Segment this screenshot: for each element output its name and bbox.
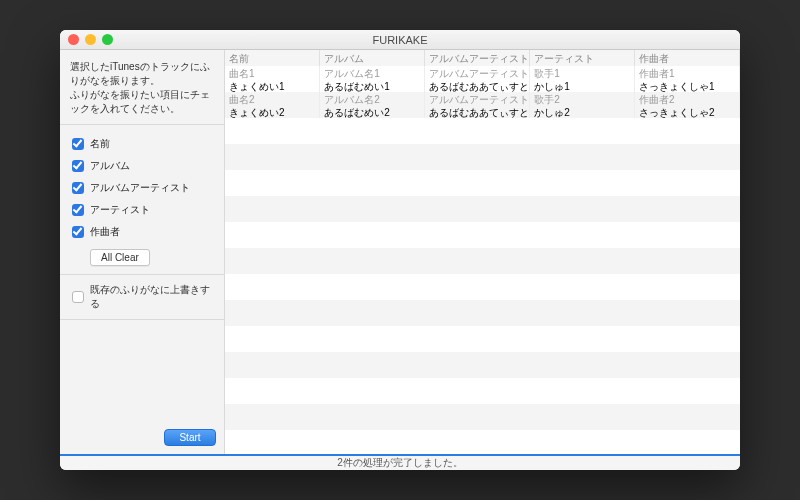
- furigana-text: きょくめい2: [229, 106, 315, 118]
- original-text: アルバムアーティスト名2: [429, 93, 525, 106]
- checkbox-icon[interactable]: [72, 204, 84, 216]
- overwrite-label: 既存のふりがなに上書きする: [90, 283, 212, 311]
- titlebar: FURIKAKE: [60, 30, 740, 50]
- furigana-text: あるばむああてぃすとめい1: [429, 80, 525, 92]
- furigana-text: かしゅ2: [534, 106, 630, 118]
- furigana-text: あるばむああてぃすとめい2: [429, 106, 525, 118]
- furigana-text: きょくめい1: [229, 80, 315, 92]
- option-label: アルバム: [90, 159, 130, 173]
- original-text: 歌手2: [534, 93, 630, 106]
- checkbox-icon[interactable]: [72, 291, 84, 303]
- table-row[interactable]: 曲名1 きょくめい1 アルバム名1 あるばむめい1 アルバムアーティスト名1 あ…: [225, 66, 740, 92]
- cell: 作曲者2 さっきょくしゃ2: [635, 92, 740, 118]
- option-composer[interactable]: 作曲者: [72, 221, 212, 243]
- furigana-text: かしゅ1: [534, 80, 630, 92]
- overwrite-option[interactable]: 既存のふりがなに上書きする: [60, 274, 224, 320]
- original-text: 作曲者2: [639, 93, 735, 106]
- checkbox-icon[interactable]: [72, 182, 84, 194]
- results-table: 名前 アルバム アルバムアーティスト アーティスト 作曲者 曲名1 きょくめい1…: [225, 50, 740, 454]
- option-name[interactable]: 名前: [72, 133, 212, 155]
- cell: アルバムアーティスト名2 あるばむああてぃすとめい2: [425, 92, 530, 118]
- checkbox-icon[interactable]: [72, 226, 84, 238]
- furigana-text: さっきょくしゃ2: [639, 106, 735, 118]
- original-text: アルバムアーティスト名1: [429, 67, 525, 80]
- start-area: Start: [60, 421, 224, 454]
- close-icon[interactable]: [68, 34, 79, 45]
- app-window: FURIKAKE 選択したiTunesのトラックにふりがなを振ります。 ふりがな…: [60, 30, 740, 470]
- furigana-text: さっきょくしゃ1: [639, 80, 735, 92]
- table-body: 曲名1 きょくめい1 アルバム名1 あるばむめい1 アルバムアーティスト名1 あ…: [225, 66, 740, 454]
- start-button[interactable]: Start: [164, 429, 216, 446]
- options-group: 名前 アルバム アルバムアーティスト アーティスト 作曲者: [60, 125, 224, 274]
- cell: アルバム名2 あるばむめい2: [320, 92, 425, 118]
- original-text: アルバム名2: [324, 93, 420, 106]
- traffic-lights: [60, 34, 113, 45]
- furigana-text: あるばむめい2: [324, 106, 420, 118]
- option-label: 作曲者: [90, 225, 120, 239]
- status-bar: 2件の処理が完了しました。: [60, 454, 740, 470]
- cell: 曲名2 きょくめい2: [225, 92, 320, 118]
- furigana-text: あるばむめい1: [324, 80, 420, 92]
- option-artist[interactable]: アーティスト: [72, 199, 212, 221]
- main-panel: 名前 アルバム アルバムアーティスト アーティスト 作曲者 曲名1 きょくめい1…: [225, 50, 740, 454]
- sidebar: 選択したiTunesのトラックにふりがなを振ります。 ふりがなを振りたい項目にチ…: [60, 50, 225, 454]
- window-body: 選択したiTunesのトラックにふりがなを振ります。 ふりがなを振りたい項目にチ…: [60, 50, 740, 454]
- original-text: 曲名1: [229, 67, 315, 80]
- window-title: FURIKAKE: [60, 34, 740, 46]
- option-label: アーティスト: [90, 203, 150, 217]
- cell: アルバムアーティスト名1 あるばむああてぃすとめい1: [425, 66, 530, 92]
- zoom-icon[interactable]: [102, 34, 113, 45]
- original-text: アルバム名1: [324, 67, 420, 80]
- cell: 歌手1 かしゅ1: [530, 66, 635, 92]
- option-label: アルバムアーティスト: [90, 181, 190, 195]
- all-clear-button[interactable]: All Clear: [90, 249, 150, 266]
- cell: 作曲者1 さっきょくしゃ1: [635, 66, 740, 92]
- minimize-icon[interactable]: [85, 34, 96, 45]
- option-album-artist[interactable]: アルバムアーティスト: [72, 177, 212, 199]
- table-row[interactable]: 曲名2 きょくめい2 アルバム名2 あるばむめい2 アルバムアーティスト名2 あ…: [225, 92, 740, 118]
- option-album[interactable]: アルバム: [72, 155, 212, 177]
- checkbox-icon[interactable]: [72, 160, 84, 172]
- original-text: 作曲者1: [639, 67, 735, 80]
- instructions-text: 選択したiTunesのトラックにふりがなを振ります。 ふりがなを振りたい項目にチ…: [60, 50, 224, 125]
- checkbox-icon[interactable]: [72, 138, 84, 150]
- original-text: 歌手1: [534, 67, 630, 80]
- option-label: 名前: [90, 137, 110, 151]
- cell: 歌手2 かしゅ2: [530, 92, 635, 118]
- cell: アルバム名1 あるばむめい1: [320, 66, 425, 92]
- original-text: 曲名2: [229, 93, 315, 106]
- cell: 曲名1 きょくめい1: [225, 66, 320, 92]
